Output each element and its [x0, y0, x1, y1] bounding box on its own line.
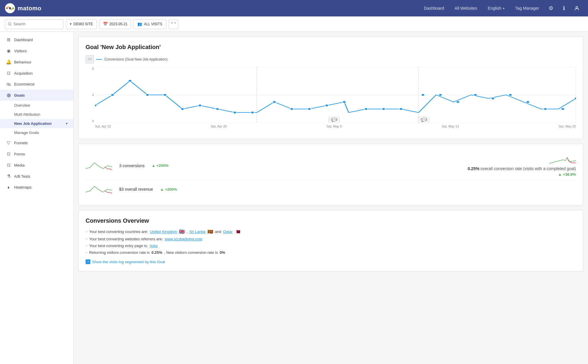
svg-point-3	[12, 7, 14, 9]
sidebar-item-goals[interactable]: ◎ Goals	[0, 90, 73, 101]
sidebar-item-ecommerce[interactable]: 🛍 Ecommerce	[0, 79, 73, 90]
sidebar: ⊞ Dashboard ◉ Visitors 🔔 Behaviour ⊡ Acq…	[0, 32, 74, 364]
forms-icon: ⊡	[6, 151, 11, 157]
settings-icon[interactable]: ⚙	[544, 0, 557, 16]
sidebar-item-acquisition[interactable]: ⊡ Acquisition	[0, 68, 73, 79]
log-link-icon: ↗	[86, 259, 90, 264]
x-label-may20: Sat, May 20	[559, 125, 576, 128]
svg-point-28	[325, 104, 329, 107]
svg-point-39	[526, 101, 530, 103]
conversions-sparkline	[86, 160, 112, 171]
sidebar-item-media[interactable]: ⊡ Media	[0, 160, 73, 171]
svg-text:💬: 💬	[331, 118, 337, 122]
svg-point-29	[342, 101, 346, 103]
qatar-link[interactable]: Qatar	[223, 229, 233, 234]
returning-rate: 0.25%	[151, 250, 162, 255]
srilanka-link[interactable]: Sri Lanka	[189, 229, 206, 234]
srilanka-flag: 🇱🇰	[207, 229, 213, 234]
nav-dashboard[interactable]: Dashboard	[419, 0, 449, 16]
chart-svg-area: 💬 💬	[95, 67, 576, 123]
svg-point-36	[474, 94, 477, 96]
legend-label: Conversions (Goal New Job Application)	[104, 57, 168, 61]
search-input[interactable]	[14, 22, 60, 26]
user-icon[interactable]	[570, 0, 583, 16]
svg-point-42	[574, 97, 576, 100]
sidebar-sub-new-job-application[interactable]: New Job Application ▾	[0, 119, 73, 128]
svg-point-37	[491, 97, 495, 100]
sidebar-sub-multi-attribution[interactable]: Multi Attribution	[0, 110, 73, 119]
top-navigation: matomo Dashboard All Websites English ▾ …	[0, 0, 588, 16]
y-label-4: 4	[86, 93, 94, 97]
conv-item-referrers: Your best converting websites referrers …	[86, 237, 576, 241]
new-rate: 0%	[220, 250, 225, 255]
nav-tag-manager[interactable]: Tag Manager	[510, 0, 544, 16]
info-icon[interactable]: ℹ	[557, 0, 570, 16]
conversions-stat-row: 3 conversions ▲ +200% 0.25% overall conv…	[86, 151, 576, 180]
sidebar-sub-overview[interactable]: Overview	[0, 101, 73, 110]
english-chevron-icon: ▾	[503, 7, 504, 10]
matomo-logo-icon	[5, 3, 15, 14]
svg-point-24	[251, 111, 254, 114]
entry-page-link[interactable]: /jobs	[150, 244, 158, 248]
rate-value: 0.25% overall conversion rate (visits wi…	[468, 166, 576, 171]
conversions-overview-title: Conversions Overview	[86, 217, 576, 224]
svg-point-32	[399, 108, 403, 110]
conversions-change: ▲ +200%	[151, 163, 168, 168]
demo-site-button[interactable]: ▾ DEMO SITE	[66, 19, 97, 29]
svg-point-20	[181, 108, 184, 110]
svg-point-19	[163, 94, 167, 96]
svg-point-16	[111, 94, 114, 96]
sidebar-item-ab-tests[interactable]: ⚗ A/B Tests	[0, 171, 73, 182]
svg-point-21	[198, 104, 202, 107]
uk-flag: 🇬🇧	[179, 229, 185, 234]
svg-point-23	[233, 111, 237, 114]
collapse-button[interactable]: ⌃⌃	[169, 19, 179, 29]
chart-y-labels: 8 4 0	[86, 67, 94, 123]
referrer-link[interactable]: www.scubadiving.com	[165, 237, 202, 241]
conv-item-entry-page: Your best converting entry page is: /job…	[86, 244, 576, 248]
sidebar-item-heatmaps[interactable]: ♦ Heatmaps	[0, 182, 73, 193]
sidebar-item-visitors[interactable]: ◉ Visitors	[0, 45, 73, 56]
legend-icon	[86, 55, 94, 63]
heatmaps-icon: ♦	[6, 185, 11, 190]
acquisition-icon: ⊡	[6, 71, 11, 76]
rate-sparkline	[549, 155, 576, 165]
conversion-rate-stat: 0.25% overall conversion rate (visits wi…	[468, 155, 576, 177]
search-box[interactable]	[5, 19, 64, 29]
chart-legend: Conversions (Goal New Job Application)	[86, 55, 576, 63]
stats-card: 3 conversions ▲ +200% 0.25% overall conv…	[78, 144, 583, 205]
sidebar-item-forms[interactable]: ⊡ Forms	[0, 148, 73, 160]
x-label-apr29: Sat, Apr 29	[211, 125, 226, 128]
revenue-sparkline	[86, 184, 112, 194]
ab-tests-icon: ⚗	[6, 174, 11, 179]
sidebar-item-funnels[interactable]: ▽ Funnels	[0, 137, 73, 148]
sidebar-sub-manage-goals[interactable]: Manage Goals	[0, 128, 73, 137]
goal-chart-container: 8 4 0	[86, 67, 576, 132]
svg-point-17	[128, 80, 132, 82]
x-label-apr22: Sat, Apr 22	[95, 125, 111, 128]
conv-item-countries: Your best converting countries are: Unit…	[86, 229, 576, 234]
svg-point-34	[439, 94, 442, 96]
search-icon	[8, 22, 12, 26]
date-button[interactable]: 📅 2023-05-21	[99, 19, 131, 29]
all-visits-button[interactable]: 👥 ALL VISITS	[134, 19, 166, 29]
sidebar-item-dashboard[interactable]: ⊞ Dashboard	[0, 34, 73, 45]
revenue-value: $3 overall revenue	[119, 187, 153, 192]
svg-point-30	[364, 108, 368, 110]
logo[interactable]: matomo	[5, 3, 41, 14]
main-content: Goal 'New Job Application' Conversions (…	[74, 32, 588, 364]
sidebar-item-behaviour[interactable]: 🔔 Behaviour	[0, 56, 73, 68]
show-visits-log-link[interactable]: ↗ Show the visits log segmented by this …	[86, 259, 165, 264]
nav-items: Dashboard All Websites English ▾ Tag Man…	[419, 0, 583, 16]
svg-point-38	[509, 94, 512, 96]
svg-point-1	[9, 7, 11, 9]
chevron-down-icon: ▾	[70, 22, 72, 26]
svg-point-27	[307, 108, 311, 110]
nav-english[interactable]: English ▾	[482, 0, 510, 16]
nav-all-websites[interactable]: All Websites	[449, 0, 483, 16]
goal-chart-title: Goal 'New Job Application'	[86, 44, 576, 51]
uk-link[interactable]: United Kingdom	[150, 229, 177, 234]
legend-line	[96, 59, 102, 60]
x-label-may6: Sat, May 6	[327, 125, 342, 128]
svg-point-2	[6, 7, 8, 9]
